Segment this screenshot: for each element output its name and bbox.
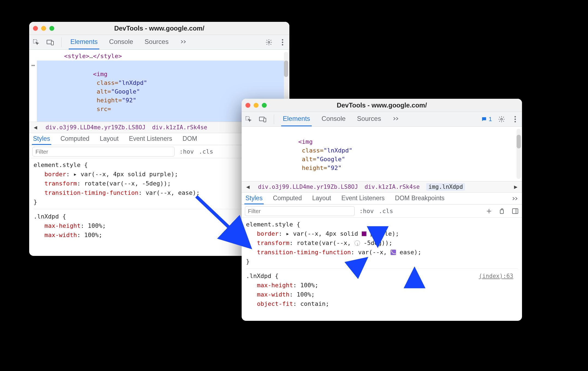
rule2-p2-prop[interactable]: max-width xyxy=(44,232,77,238)
svg-point-5 xyxy=(282,41,283,43)
rule2-p3-prop[interactable]: object-fit xyxy=(257,300,293,307)
subtab-computed[interactable]: Computed xyxy=(59,133,91,145)
titlebar[interactable]: DevTools - www.google.com/ xyxy=(242,99,522,112)
tab-console[interactable]: Console xyxy=(320,112,347,126)
rule1-p3-post[interactable]: ease); xyxy=(400,249,421,256)
hov-toggle[interactable]: :hov xyxy=(359,208,374,214)
styles-filter-input[interactable] xyxy=(32,147,175,157)
styles-panel[interactable]: element.style { border: ▸ var(--x, 4px s… xyxy=(242,218,522,321)
new-rule-icon[interactable] xyxy=(485,208,493,215)
class-val: "lnXdpd" xyxy=(323,147,352,154)
device-toggle-icon[interactable] xyxy=(259,115,267,123)
settings-icon[interactable] xyxy=(265,38,273,46)
traffic-lights xyxy=(245,103,267,108)
crumb-a[interactable]: div.o3j99.LLD4me.yr19Zb.LS8OJ xyxy=(46,124,146,131)
cls-toggle[interactable]: .cls xyxy=(379,208,393,214)
rule1-p3-prop[interactable]: transition-timing-function xyxy=(257,249,351,256)
subtab-events[interactable]: Event Listeners xyxy=(340,193,386,204)
styles-filter-input[interactable] xyxy=(245,206,355,216)
subtab-events[interactable]: Event Listeners xyxy=(128,133,173,145)
elements-source[interactable]: <img class="lnXdpd" alt="Google" height=… xyxy=(242,127,522,181)
toggle-pane-icon[interactable] xyxy=(512,208,519,215)
rule1-p1-prop[interactable]: border xyxy=(257,230,278,237)
rule1-p3-pre[interactable]: var(--x, xyxy=(358,249,391,256)
close-icon[interactable] xyxy=(245,103,250,108)
rule1-p1-pre[interactable]: ▸ var(--x, 4px solid xyxy=(286,230,362,237)
crumb-prev-icon[interactable]: ◀ xyxy=(244,183,251,190)
crumb-c[interactable]: img.lnXdpd xyxy=(426,183,465,191)
tab-elements[interactable]: Elements xyxy=(281,112,312,126)
angle-swatch-icon[interactable] xyxy=(355,240,360,246)
more-tabs-icon[interactable] xyxy=(391,112,402,126)
scroll-thumb[interactable] xyxy=(284,61,288,77)
rule1-p2-pre[interactable]: rotate(var(--x, xyxy=(297,240,355,246)
subtab-computed[interactable]: Computed xyxy=(272,193,303,204)
rule1-p1-post[interactable]: purple); xyxy=(370,230,399,237)
rule2-p1-prop[interactable]: max-height xyxy=(44,222,80,229)
rule2-p2-val[interactable]: 100%; xyxy=(84,232,102,238)
more-icon[interactable] xyxy=(511,115,519,123)
maximize-icon[interactable] xyxy=(49,26,54,31)
rule2-p2-val[interactable]: 100%; xyxy=(297,291,315,298)
subtab-dom[interactable]: DOM Breakpoints xyxy=(394,193,446,204)
subtab-styles[interactable]: Styles xyxy=(244,193,264,204)
rule2-p1-val[interactable]: 100%; xyxy=(300,282,318,289)
tab-console[interactable]: Console xyxy=(107,35,135,49)
tab-elements[interactable]: Elements xyxy=(69,35,99,49)
rule2-selector: .lnXdpd { xyxy=(246,271,518,281)
close-icon[interactable] xyxy=(33,26,38,31)
rule1-p2-post[interactable]: -5deg)); xyxy=(364,240,392,246)
copy-styles-icon[interactable] xyxy=(499,208,506,215)
rule1-p2-prop[interactable]: transform xyxy=(257,240,289,246)
issues-count: 1 xyxy=(489,116,492,123)
rule2-source-link[interactable]: (index):63 xyxy=(479,271,513,281)
subtab-layout[interactable]: Layout xyxy=(311,193,332,204)
device-toggle-icon[interactable] xyxy=(46,38,54,46)
crumb-prev-icon[interactable]: ◀ xyxy=(32,124,39,131)
crumb-b[interactable]: div.k1zIA.rSk4se xyxy=(152,124,207,131)
subtab-layout[interactable]: Layout xyxy=(99,133,120,145)
crumb-b[interactable]: div.k1zIA.rSk4se xyxy=(365,184,420,190)
class-attr: class= xyxy=(302,147,323,154)
minimize-icon[interactable] xyxy=(41,26,46,31)
maximize-icon[interactable] xyxy=(262,103,267,108)
crumb-next-icon[interactable]: ▶ xyxy=(512,183,519,190)
tab-sources[interactable]: Sources xyxy=(143,35,170,49)
titlebar[interactable]: DevTools - www.google.com/ xyxy=(29,22,289,35)
rule2-p3-val[interactable]: contain; xyxy=(300,300,329,307)
scroll-thumb[interactable] xyxy=(517,135,521,148)
cls-toggle[interactable]: .cls xyxy=(199,148,213,155)
easing-swatch-icon[interactable] xyxy=(391,250,396,255)
crumb-a[interactable]: div.o3j99.LLD4me.yr19Zb.LS8OJ xyxy=(258,184,358,190)
toolbar-separator xyxy=(61,37,62,47)
rule2-p2-prop[interactable]: max-width xyxy=(257,291,289,298)
more-subtabs-icon[interactable] xyxy=(512,196,519,201)
rule1-selector: element.style { xyxy=(246,220,518,229)
settings-icon[interactable] xyxy=(497,115,506,123)
rule1-p1-val[interactable]: ▸ var(--x, 4px solid purple); xyxy=(73,171,178,178)
svg-rect-15 xyxy=(512,209,518,214)
minimize-icon[interactable] xyxy=(254,103,259,108)
rule2-p1-prop[interactable]: max-height xyxy=(257,282,293,289)
rule1-p3-prop[interactable]: transition-timing-function xyxy=(44,189,138,196)
devtools-window-right: DevTools - www.google.com/ Elements Cons… xyxy=(242,99,522,321)
main-tabs: Elements Console Sources xyxy=(281,112,402,126)
inspect-icon[interactable] xyxy=(244,115,253,123)
rule1-p2-prop[interactable]: transform xyxy=(44,180,77,187)
breadcrumb[interactable]: ◀ div.o3j99.LLD4me.yr19Zb.LS8OJ div.k1zI… xyxy=(242,181,522,193)
subtab-dom[interactable]: DOM xyxy=(181,133,198,145)
more-tabs-icon[interactable] xyxy=(178,35,189,49)
inspect-icon[interactable] xyxy=(32,38,40,46)
color-swatch-icon[interactable] xyxy=(362,231,367,236)
svg-rect-2 xyxy=(51,41,53,45)
tab-sources[interactable]: Sources xyxy=(355,112,383,126)
rule1-p1-prop[interactable]: border xyxy=(44,171,66,178)
rule1-p2-val[interactable]: rotate(var(--x, -5deg)); xyxy=(84,180,171,187)
rule2-p1-val[interactable]: 100%; xyxy=(88,222,106,229)
window-title: DevTools - www.google.com/ xyxy=(337,101,427,109)
rule1-p3-val[interactable]: var(--x, ease); xyxy=(146,189,200,196)
issues-badge[interactable]: 1 xyxy=(481,116,492,123)
more-icon[interactable] xyxy=(278,38,287,46)
hov-toggle[interactable]: :hov xyxy=(179,148,194,155)
subtab-styles[interactable]: Styles xyxy=(32,133,51,145)
